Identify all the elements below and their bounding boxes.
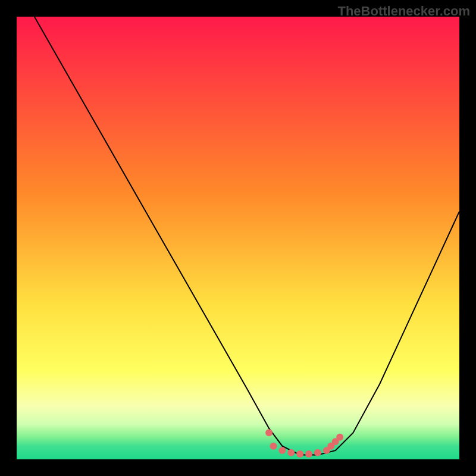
plot-area [17,17,459,459]
svg-point-4 [287,449,295,456]
svg-point-2 [270,443,277,450]
svg-point-3 [278,447,286,454]
main-curve [35,17,459,455]
svg-point-1 [265,429,273,436]
svg-point-7 [314,449,321,456]
chart-container: TheBottlenecker.com [0,0,476,476]
highlight-dots [265,429,343,458]
svg-point-11 [336,434,343,441]
curve-layer [17,17,459,459]
watermark-text: TheBottlenecker.com [337,4,470,19]
svg-point-5 [296,450,303,458]
svg-point-6 [305,450,312,458]
